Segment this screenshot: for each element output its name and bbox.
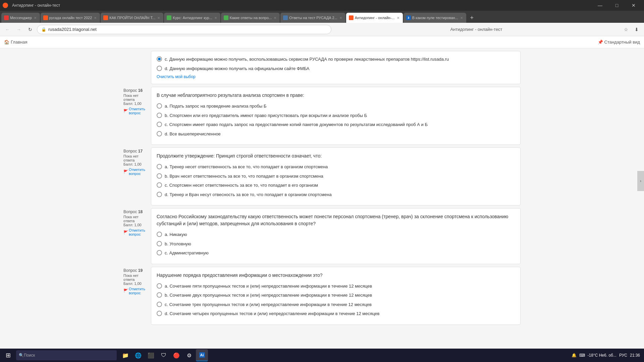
tab-messendjer[interactable]: Мессенджер ✕ bbox=[1, 13, 40, 23]
flag-icon-17: 🚩 bbox=[123, 170, 128, 174]
radio-prev-c[interactable] bbox=[157, 56, 162, 62]
scroll-right-arrow[interactable]: › bbox=[637, 171, 644, 191]
taskbar-app-icons: 📁 🌐 ⬛ 🛡 🔴 ⚙ Ai bbox=[119, 349, 208, 361]
taskbar: ⊞ 🔍 Поиск 📁 🌐 ⬛ 🛡 🔴 ⚙ Ai 🔔 ⌨ -18°C Не6. … bbox=[0, 349, 644, 362]
taskbar-icon-antivirus[interactable]: 🛡 bbox=[158, 349, 170, 361]
tab-label-1: Мессенджер bbox=[10, 16, 32, 20]
qnum-17: Вопрос 17 bbox=[123, 149, 148, 154]
radio-17-d[interactable] bbox=[157, 192, 162, 197]
main-nav: 🏠 Главная 📌 Стандартный вид bbox=[0, 36, 644, 48]
sidebar-19: Вопрос 19 Пока нетответа Балл: 1,00 🚩 От… bbox=[121, 267, 151, 325]
prev-sidebar bbox=[121, 51, 151, 84]
radio-16-c[interactable] bbox=[157, 122, 162, 127]
browser-favicon bbox=[3, 3, 8, 8]
prev-option-d: d. Данную информацию можно получить на о… bbox=[157, 65, 515, 72]
qmark-19[interactable]: 🚩 Отметитьвопрос bbox=[123, 287, 148, 295]
qbox-17: Продолжите утверждение: Принцип строгой … bbox=[151, 147, 521, 205]
weather-temp: -18°C Не6. об... bbox=[588, 353, 616, 358]
q16-opt-b-text: b. Спортсмен или его представитель имеют… bbox=[165, 112, 367, 119]
search-icon: 🔍 bbox=[19, 353, 24, 358]
tab-label-4: Курс: Антидопинг кур... bbox=[173, 16, 212, 20]
taskbar-icon-browser[interactable]: 🌐 bbox=[132, 349, 144, 361]
radio-16-b[interactable] bbox=[157, 113, 162, 118]
tab-favicon-7 bbox=[349, 15, 354, 20]
standard-view-link[interactable]: 📌 Стандартный вид bbox=[598, 40, 640, 45]
maximize-button[interactable]: □ bbox=[609, 0, 625, 11]
notification-icon[interactable]: 🔔 bbox=[572, 353, 577, 358]
qtext-17: Продолжите утверждение: Принцип строгой … bbox=[157, 153, 515, 160]
clear-choice-prev[interactable]: Очистить мой выбор bbox=[157, 74, 515, 79]
radio-19-a[interactable] bbox=[157, 283, 162, 289]
radio-17-c[interactable] bbox=[157, 182, 162, 188]
q19-opt-a: а. Сочетание пяти пропущенных тестов и (… bbox=[157, 283, 515, 290]
minimize-button[interactable]: — bbox=[592, 0, 608, 11]
question-17-block: Вопрос 17 Пока нетответа Балл: 1,00 🚩 От… bbox=[121, 147, 523, 205]
q17-opt-b: b. Врач несет ответственность за все то,… bbox=[157, 173, 515, 180]
radio-19-d[interactable] bbox=[157, 311, 162, 316]
radio-19-b[interactable] bbox=[157, 292, 162, 298]
new-tab-button[interactable]: + bbox=[467, 13, 477, 23]
qmark-16[interactable]: 🚩 Отметитьвопрос bbox=[123, 107, 148, 115]
radio-18-c[interactable] bbox=[157, 250, 162, 255]
radio-17-a[interactable] bbox=[157, 164, 162, 169]
radio-prev-d[interactable] bbox=[157, 66, 162, 71]
taskbar-search[interactable]: 🔍 Поиск bbox=[16, 350, 117, 360]
url-bar[interactable]: 🔒 rusada2021.triagonal.net bbox=[37, 25, 331, 34]
home-link[interactable]: 🏠 Главная bbox=[4, 40, 27, 45]
radio-16-d[interactable] bbox=[157, 131, 162, 136]
taskbar-icon-red[interactable]: 🔴 bbox=[170, 349, 182, 361]
title-bar: Антидопинг - онлайн-тест — □ ✕ bbox=[0, 0, 644, 11]
qmark-label-16: Отметитьвопрос bbox=[129, 107, 145, 115]
refresh-button[interactable]: ↻ bbox=[25, 25, 35, 34]
tab-kak-proyti[interactable]: КАК ПРОЙТИ ОНЛАЙН Т... ✕ bbox=[101, 13, 163, 23]
tab-antidoping-active[interactable]: Антидопинг - онлайн-... ✕ bbox=[346, 13, 403, 23]
download-button[interactable]: ⬇ bbox=[632, 25, 641, 34]
tab-favicon-5 bbox=[224, 15, 228, 20]
tab-rusada2022[interactable]: русада онлайн тест 2022 ✕ bbox=[41, 13, 100, 23]
tab-close-7[interactable]: ✕ bbox=[396, 15, 400, 20]
system-clock: 21:36 bbox=[630, 353, 640, 358]
tab-close-2[interactable]: ✕ bbox=[93, 15, 97, 20]
close-button[interactable]: ✕ bbox=[626, 0, 641, 11]
taskbar-icon-terminal[interactable]: ⬛ bbox=[145, 349, 157, 361]
tab-bar: Мессенджер ✕ русада онлайн тест 2022 ✕ К… bbox=[0, 11, 644, 23]
q18-opt-a: а. Никакую bbox=[157, 231, 515, 238]
start-button[interactable]: ⊞ bbox=[1, 349, 15, 361]
q18-opt-a-text: а. Никакую bbox=[165, 231, 187, 238]
clock-time: 21:36 bbox=[630, 353, 640, 358]
taskbar-icon-active-app[interactable]: Ai bbox=[196, 349, 208, 361]
tab-close-8[interactable]: ✕ bbox=[460, 15, 464, 20]
bookmark-button[interactable]: ☆ bbox=[621, 25, 631, 34]
qmark-18[interactable]: 🚩 Отметитьвопрос bbox=[123, 228, 148, 236]
taskbar-icon-settings[interactable]: ⚙ bbox=[183, 349, 195, 361]
radio-18-a[interactable] bbox=[157, 232, 162, 237]
search-placeholder: Поиск bbox=[24, 353, 35, 358]
tab-close-5[interactable]: ✕ bbox=[273, 15, 277, 20]
tab-favicon-6 bbox=[283, 15, 288, 20]
taskbar-icon-file-manager[interactable]: 📁 bbox=[119, 349, 131, 361]
q19-opt-d-text: d. Сочетание четырех пропущенных тестов … bbox=[165, 310, 379, 317]
back-button[interactable]: ← bbox=[3, 25, 12, 34]
forward-button[interactable]: → bbox=[14, 25, 23, 34]
radio-18-b[interactable] bbox=[157, 241, 162, 246]
radio-19-c[interactable] bbox=[157, 302, 162, 307]
tab-label-2: русада онлайн тест 2022 bbox=[49, 16, 92, 20]
tab-close-6[interactable]: ✕ bbox=[339, 15, 343, 20]
radio-16-a[interactable] bbox=[157, 103, 162, 109]
sidebar-17: Вопрос 17 Пока нетответа Балл: 1,00 🚩 От… bbox=[121, 147, 151, 205]
q19-opt-c: c. Сочетание трех пропущенных тестов и (… bbox=[157, 301, 515, 308]
qmark-17[interactable]: 🚩 Отметитьвопрос bbox=[123, 168, 148, 176]
questions-container: с. Данную информацию можно получить, вос… bbox=[121, 48, 523, 330]
pin-icon: 📌 bbox=[598, 40, 603, 45]
ssl-lock-icon: 🔒 bbox=[41, 27, 46, 32]
tab-close-1[interactable]: ✕ bbox=[33, 15, 37, 20]
page-content[interactable]: с. Данную информацию можно получить, вос… bbox=[0, 48, 644, 349]
tab-close-3[interactable]: ✕ bbox=[157, 15, 161, 20]
tab-close-4[interactable]: ✕ bbox=[214, 15, 218, 20]
tab-kakie-otvety[interactable]: Какие ответы на вопро... ✕ bbox=[221, 13, 280, 23]
tab-kurs-antidoping[interactable]: Курс: Антидопинг кур... ✕ bbox=[164, 13, 220, 23]
tab-v-kakom-pule[interactable]: 3 В каком пуле тестирован... ✕ bbox=[404, 13, 466, 23]
radio-17-b[interactable] bbox=[157, 173, 162, 179]
tab-otvety-rusada[interactable]: Ответы на тест РУСАДА 2... ✕ bbox=[280, 13, 345, 23]
language-indicator[interactable]: РУС bbox=[619, 353, 627, 358]
